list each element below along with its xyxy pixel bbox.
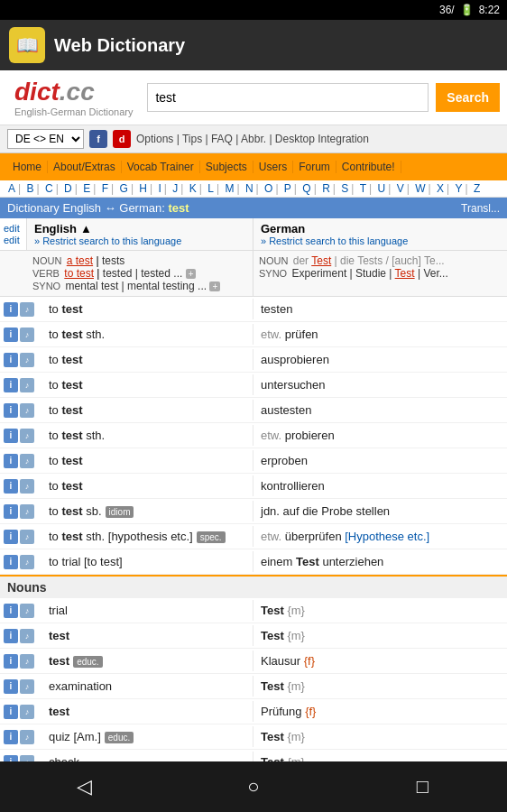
info-button[interactable]: i — [4, 302, 18, 317]
alpha-c[interactable]: C — [45, 182, 53, 195]
alpha-p[interactable]: P — [284, 182, 291, 195]
syno-expand[interactable]: + — [209, 281, 220, 291]
alpha-f[interactable]: F — [102, 182, 108, 195]
info-button[interactable]: i — [4, 730, 18, 744]
restrict-english-link[interactable]: » Restrict search to this language — [34, 235, 245, 246]
audio-button[interactable]: ♪ — [20, 353, 34, 367]
translation-rows: i ♪ to test testen i ♪ to test sth. etw.… — [0, 297, 507, 575]
audio-button[interactable]: ♪ — [20, 479, 34, 494]
sort-arrow[interactable]: ▲ — [80, 222, 92, 235]
en-verb-word[interactable]: to test — [64, 267, 94, 280]
nav-forum[interactable]: Forum — [293, 161, 336, 173]
en-noun-word[interactable]: a test — [67, 254, 93, 267]
back-button[interactable]: ◁ — [58, 769, 112, 805]
de-syno-pos: SYNO — [259, 268, 287, 279]
audio-button[interactable]: ♪ — [20, 429, 34, 443]
edit-link-2[interactable]: edit — [4, 235, 23, 245]
dict-icon[interactable]: d — [113, 130, 131, 148]
audio-button[interactable]: ♪ — [20, 403, 34, 418]
info-button[interactable]: i — [4, 454, 18, 468]
home-button[interactable]: ○ — [226, 769, 281, 805]
alpha-x[interactable]: X — [437, 182, 444, 195]
alpha-b[interactable]: B — [26, 182, 33, 195]
table-row: i♪ examination Test {m} — [0, 674, 507, 699]
restrict-german-link[interactable]: » Restrict search to this language — [261, 235, 500, 246]
search-input[interactable] — [147, 83, 429, 112]
audio-button[interactable]: ♪ — [20, 730, 34, 744]
audio-button[interactable]: ♪ — [20, 504, 34, 519]
audio-button[interactable]: ♪ — [20, 302, 34, 317]
row-controls: i ♪ — [0, 328, 45, 342]
audio-button[interactable]: ♪ — [20, 705, 34, 719]
info-button[interactable]: i — [4, 429, 18, 443]
alpha-i[interactable]: I — [159, 182, 161, 195]
alpha-w[interactable]: W — [415, 182, 425, 195]
nav-contribute[interactable]: Contribute! — [336, 161, 401, 173]
alpha-k[interactable]: K — [189, 182, 197, 195]
translate-button[interactable]: Transl... — [461, 202, 500, 215]
audio-button[interactable]: ♪ — [20, 629, 34, 643]
nav-vocab[interactable]: Vocab Trainer — [122, 161, 200, 173]
table-row: i♪ trial Test {m} — [0, 598, 507, 623]
nav-users[interactable]: Users — [254, 161, 293, 173]
recents-button[interactable]: □ — [395, 769, 449, 805]
alpha-a[interactable]: A — [8, 182, 15, 195]
alpha-h[interactable]: H — [139, 182, 147, 195]
alpha-j[interactable]: J — [172, 182, 178, 195]
info-button[interactable]: i — [4, 504, 18, 519]
audio-button[interactable]: ♪ — [20, 654, 34, 669]
nav-home[interactable]: Home — [7, 161, 48, 173]
info-button[interactable]: i — [4, 555, 18, 569]
search-button[interactable]: Search — [436, 83, 500, 112]
info-button[interactable]: i — [4, 654, 18, 669]
info-button[interactable]: i — [4, 679, 18, 694]
alpha-e[interactable]: E — [83, 182, 90, 195]
alpha-m[interactable]: M — [225, 182, 234, 195]
alpha-s[interactable]: S — [341, 182, 348, 195]
alpha-u[interactable]: U — [378, 182, 386, 195]
de-cell: testen — [254, 299, 507, 319]
alpha-g[interactable]: G — [120, 182, 128, 195]
audio-button[interactable]: ♪ — [20, 679, 34, 694]
alpha-z[interactable]: Z — [474, 182, 480, 195]
language-select[interactable]: DE <> EN — [7, 129, 84, 149]
main-content: edit edit English ▲ » Restrict search to… — [0, 218, 507, 792]
alpha-q[interactable]: Q — [302, 182, 310, 195]
alpha-l[interactable]: L — [207, 182, 214, 195]
nav-subjects[interactable]: Subjects — [200, 161, 254, 173]
nav-about[interactable]: About/Extras — [48, 161, 122, 173]
edit-link-1[interactable]: edit — [4, 223, 23, 234]
alpha-y[interactable]: Y — [455, 182, 462, 195]
audio-button[interactable]: ♪ — [20, 328, 34, 342]
info-button[interactable]: i — [4, 328, 18, 342]
audio-button[interactable]: ♪ — [20, 454, 34, 468]
info-button[interactable]: i — [4, 403, 18, 418]
alpha-t[interactable]: T — [360, 182, 366, 195]
alpha-r[interactable]: R — [322, 182, 330, 195]
search-term-display: test — [168, 201, 189, 215]
info-button[interactable]: i — [4, 479, 18, 494]
info-button[interactable]: i — [4, 604, 18, 618]
english-label: English — [34, 222, 77, 235]
de-noun-word[interactable]: Test — [311, 254, 331, 267]
alpha-o[interactable]: O — [264, 182, 272, 195]
info-button[interactable]: i — [4, 629, 18, 643]
nouns-section-header: Nouns — [0, 575, 507, 598]
audio-button[interactable]: ♪ — [20, 530, 34, 544]
alpha-d[interactable]: D — [64, 182, 72, 195]
dict-header-label: Dictionary English ↔ German: test — [7, 201, 189, 215]
audio-button[interactable]: ♪ — [20, 604, 34, 618]
audio-button[interactable]: ♪ — [20, 555, 34, 569]
alpha-n[interactable]: N — [245, 182, 254, 195]
info-button[interactable]: i — [4, 353, 18, 367]
info-button[interactable]: i — [4, 530, 18, 544]
table-row: i♪ test Prüfung {f} — [0, 699, 507, 724]
facebook-icon[interactable]: f — [89, 130, 107, 148]
alpha-v[interactable]: V — [397, 182, 404, 195]
info-button[interactable]: i — [4, 378, 18, 392]
en-cell: to test sth. — [45, 324, 254, 345]
audio-button[interactable]: ♪ — [20, 378, 34, 392]
de-syno-word[interactable]: Test — [395, 267, 415, 280]
verb-expand[interactable]: + — [186, 269, 197, 279]
info-button[interactable]: i — [4, 705, 18, 719]
